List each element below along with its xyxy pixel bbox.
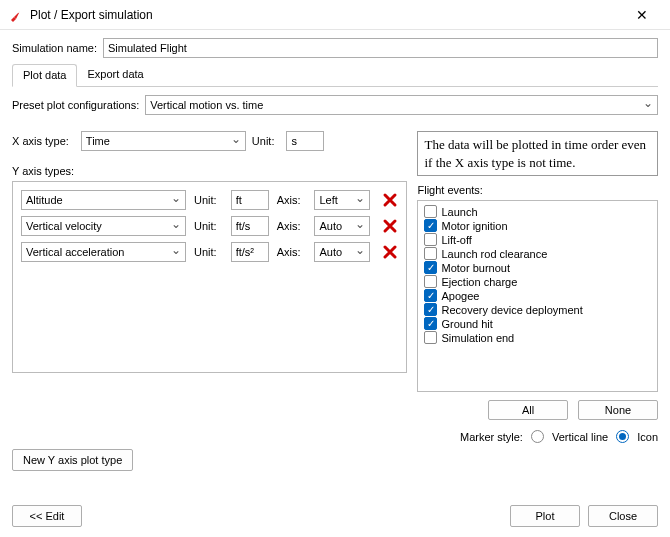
- yaxis-types-label: Y axis types:: [12, 165, 401, 177]
- yaxis-row: AltitudeUnit:Axis:Left: [21, 190, 398, 210]
- flight-event-checkbox[interactable]: [424, 219, 437, 232]
- yaxis-axis-label: Axis:: [277, 194, 301, 206]
- flight-event-label: Motor burnout: [441, 262, 509, 274]
- close-button[interactable]: Close: [588, 505, 658, 527]
- flight-event-label: Apogee: [441, 290, 479, 302]
- flight-event-item[interactable]: Lift-off: [422, 233, 653, 246]
- none-button[interactable]: None: [578, 400, 658, 420]
- flight-events-label: Flight events:: [417, 184, 652, 196]
- app-icon: [8, 7, 24, 23]
- info-message: The data will be plotted in time order e…: [417, 131, 658, 176]
- footer: << Edit Plot Close: [0, 495, 670, 537]
- xaxis-type-label: X axis type:: [12, 135, 69, 147]
- marker-icon-radio[interactable]: [616, 430, 629, 443]
- simulation-name-label: Simulation name:: [12, 42, 97, 54]
- flight-event-label: Ejection charge: [441, 276, 517, 288]
- flight-event-checkbox[interactable]: [424, 331, 437, 344]
- tab-plot-data[interactable]: Plot data: [12, 64, 77, 87]
- yaxis-axis-label: Axis:: [277, 246, 301, 258]
- delete-icon[interactable]: [382, 244, 398, 260]
- flight-event-checkbox[interactable]: [424, 247, 437, 260]
- yaxis-row: Vertical velocityUnit:Axis:Auto: [21, 216, 398, 236]
- yaxis-axis-select[interactable]: Auto: [314, 242, 370, 262]
- flight-event-item[interactable]: Ground hit: [422, 317, 653, 330]
- flight-event-label: Simulation end: [441, 332, 514, 344]
- flight-event-item[interactable]: Recovery device deployment: [422, 303, 653, 316]
- delete-icon[interactable]: [382, 218, 398, 234]
- yaxis-type-select[interactable]: Altitude: [21, 190, 186, 210]
- flight-event-checkbox[interactable]: [424, 275, 437, 288]
- title-bar: Plot / Export simulation ✕: [0, 0, 670, 30]
- marker-vertical-label[interactable]: Vertical line: [552, 431, 608, 443]
- all-button[interactable]: All: [488, 400, 568, 420]
- flight-event-item[interactable]: Motor burnout: [422, 261, 653, 274]
- yaxis-axis-label: Axis:: [277, 220, 301, 232]
- window-close-button[interactable]: ✕: [622, 1, 662, 29]
- flight-event-label: Recovery device deployment: [441, 304, 582, 316]
- flight-event-label: Lift-off: [441, 234, 471, 246]
- yaxis-unit-input[interactable]: [231, 216, 269, 236]
- delete-icon[interactable]: [382, 192, 398, 208]
- yaxis-unit-label: Unit:: [194, 220, 217, 232]
- svg-point-0: [18, 11, 20, 13]
- xaxis-type-select[interactable]: Time: [81, 131, 246, 151]
- flight-event-checkbox[interactable]: [424, 261, 437, 274]
- flight-event-item[interactable]: Launch: [422, 205, 653, 218]
- flight-event-checkbox[interactable]: [424, 233, 437, 246]
- new-y-axis-button[interactable]: New Y axis plot type: [12, 449, 133, 471]
- flight-event-checkbox[interactable]: [424, 205, 437, 218]
- marker-icon-label[interactable]: Icon: [637, 431, 658, 443]
- yaxis-type-select[interactable]: Vertical acceleration: [21, 242, 186, 262]
- yaxis-axis-select[interactable]: Auto: [314, 216, 370, 236]
- flight-events-list: LaunchMotor ignitionLift-offLaunch rod c…: [417, 200, 658, 392]
- yaxis-unit-input[interactable]: [231, 242, 269, 262]
- edit-button[interactable]: << Edit: [12, 505, 82, 527]
- yaxis-list: AltitudeUnit:Axis:LeftVertical velocityU…: [12, 181, 407, 373]
- yaxis-unit-label: Unit:: [194, 246, 217, 258]
- flight-event-label: Motor ignition: [441, 220, 507, 232]
- flight-event-label: Launch rod clearance: [441, 248, 547, 260]
- window-title: Plot / Export simulation: [30, 8, 622, 22]
- preset-select[interactable]: Vertical motion vs. time: [145, 95, 658, 115]
- tab-export-data[interactable]: Export data: [77, 64, 153, 86]
- yaxis-unit-label: Unit:: [194, 194, 217, 206]
- flight-event-item[interactable]: Apogee: [422, 289, 653, 302]
- flight-event-checkbox[interactable]: [424, 303, 437, 316]
- preset-label: Preset plot configurations:: [12, 99, 139, 111]
- flight-event-label: Ground hit: [441, 318, 492, 330]
- yaxis-unit-input[interactable]: [231, 190, 269, 210]
- flight-event-label: Launch: [441, 206, 477, 218]
- flight-event-item[interactable]: Launch rod clearance: [422, 247, 653, 260]
- flight-event-item[interactable]: Simulation end: [422, 331, 653, 344]
- flight-event-item[interactable]: Motor ignition: [422, 219, 653, 232]
- marker-style-label: Marker style:: [460, 431, 523, 443]
- xaxis-unit-input[interactable]: [286, 131, 324, 151]
- yaxis-axis-select[interactable]: Left: [314, 190, 370, 210]
- yaxis-type-select[interactable]: Vertical velocity: [21, 216, 186, 236]
- yaxis-row: Vertical accelerationUnit:Axis:Auto: [21, 242, 398, 262]
- flight-event-item[interactable]: Ejection charge: [422, 275, 653, 288]
- plot-button[interactable]: Plot: [510, 505, 580, 527]
- flight-event-checkbox[interactable]: [424, 289, 437, 302]
- xaxis-unit-label: Unit:: [252, 135, 275, 147]
- tab-strip: Plot data Export data: [12, 64, 658, 87]
- flight-event-checkbox[interactable]: [424, 317, 437, 330]
- marker-vertical-radio[interactable]: [531, 430, 544, 443]
- simulation-name-input[interactable]: [103, 38, 658, 58]
